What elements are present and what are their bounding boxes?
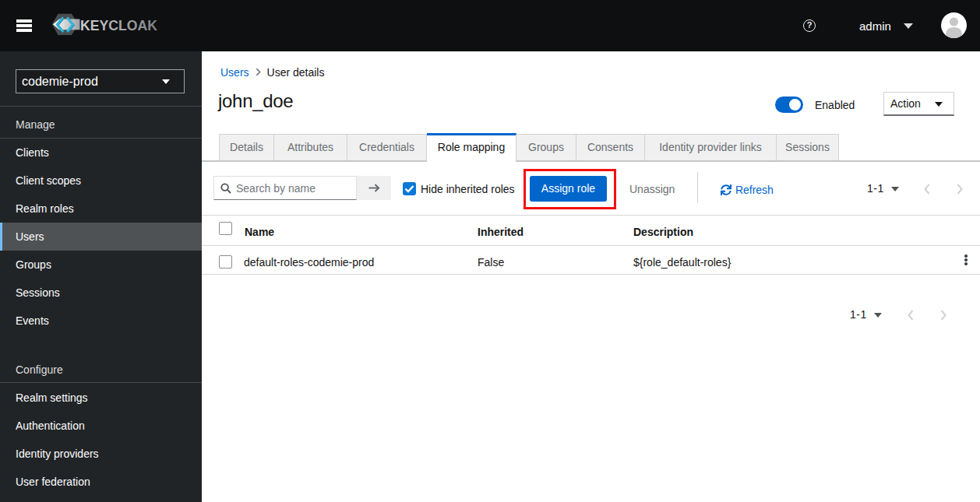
svg-text:KEYCLOAK: KEYCLOAK (80, 17, 157, 33)
